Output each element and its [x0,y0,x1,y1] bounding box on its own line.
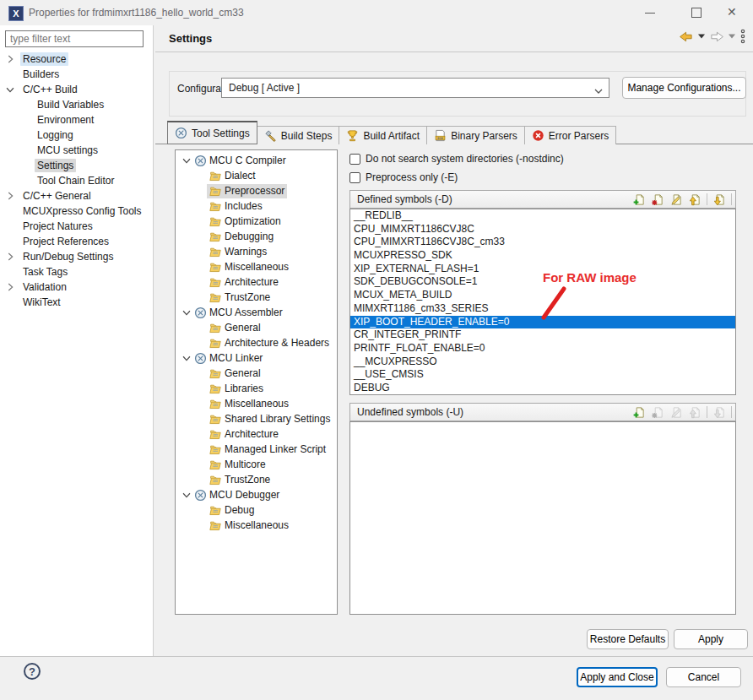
forward-dropdown-icon[interactable] [729,34,735,39]
sidebar-item-mcuxpresso-config-tools[interactable]: MCUXpresso Config Tools [0,203,152,219]
move-up-icon[interactable] [688,193,702,206]
sidebar-item-c-c-general[interactable]: C/C++ General [0,188,152,203]
sidebar-item-label: Run/Debug Settings [20,250,116,263]
tool-tree-item-architecture[interactable]: Architecture [176,274,337,290]
nostdinc-checkbox[interactable] [349,154,360,165]
chevron-right-icon[interactable] [0,281,20,293]
symbol-row[interactable]: __USE_CMSIS [350,368,735,382]
symbol-row[interactable]: DEBUG [350,382,735,395]
chevron-down-icon[interactable] [181,155,192,166]
chevron-down-icon[interactable] [181,489,192,501]
sidebar-item-build-variables[interactable]: Build Variables [0,97,152,112]
cancel-button[interactable]: Cancel [666,667,741,687]
restore-defaults-button[interactable]: Restore Defaults [587,629,669,649]
close-icon[interactable]: ✕ [727,5,737,19]
sidebar-item-label: Environment [35,113,96,127]
tool-tree-item-mcu-linker[interactable]: MCU Linker [176,350,337,366]
tool-tree-item-trustzone[interactable]: TrustZone [176,472,337,487]
tool-tree-item-general[interactable]: General [176,366,337,381]
preprocess-only-checkbox[interactable] [349,172,360,183]
sidebar-item-run-debug-settings[interactable]: Run/Debug Settings [0,249,152,264]
sidebar-item-project-natures[interactable]: Project Natures [0,219,152,234]
sidebar-item-task-tags[interactable]: Task Tags [0,264,152,279]
preprocess-only-checkbox-row[interactable]: Preprocess only (-E) [349,171,458,183]
symbol-row[interactable]: __MCUXPRESSO [350,355,735,369]
tool-tree-item-architecture[interactable]: Architecture [176,426,337,442]
tool-tree-item-miscellaneous[interactable]: Miscellaneous [176,259,337,274]
symbol-row[interactable]: CPU_MIMXRT1186CVJ8C [350,223,735,236]
filter-input[interactable] [5,30,144,47]
tab-build-artifact[interactable]: Build Artifact [339,126,427,144]
tool-tree-item-trustzone[interactable]: TrustZone [176,290,337,305]
help-icon[interactable]: ? [24,663,41,680]
tool-tree-item-includes[interactable]: Includes [176,198,337,214]
tool-tree-item-debug[interactable]: Debug [176,502,337,518]
tool-tree-item-dialect[interactable]: Dialect [176,168,337,183]
symbol-row[interactable]: MCUXPRESSO_SDK [350,249,735,263]
tool-tree-item-optimization[interactable]: Optimization [176,214,337,229]
chevron-right-icon[interactable] [0,190,20,202]
build-artifact-icon [346,129,359,142]
add-icon[interactable] [632,193,646,206]
tool-tree-item-architecture-headers[interactable]: Architecture & Headers [176,335,337,350]
back-dropdown-icon[interactable] [698,34,705,39]
tool-tree-label: MCU C Compiler [209,155,286,166]
back-arrow-icon[interactable] [679,30,694,43]
tool-tree-item-shared-library-settings[interactable]: Shared Library Settings [176,411,337,426]
symbol-row[interactable]: CR_INTEGER_PRINTF [350,328,735,342]
tool-tree-item-debugging[interactable]: Debugging [176,229,337,244]
tab-tool-settings[interactable]: Tool Settings [167,121,257,144]
view-menu-icon[interactable] [739,29,746,44]
tool-tree-item-mcu-debugger[interactable]: MCU Debugger [176,487,337,502]
tab-error-parsers[interactable]: Error Parsers [524,126,616,144]
apply-and-close-button[interactable]: Apply and Close [577,667,658,687]
chevron-down-icon[interactable] [181,307,192,318]
tool-tree-item-general[interactable]: General [176,320,337,335]
tool-tree-item-miscellaneous[interactable]: Miscellaneous [176,396,337,411]
chevron-right-icon[interactable] [0,251,20,263]
tool-tree-entry: Miscellaneous [207,397,291,411]
tab-binary-parsers[interactable]: 010Binary Parsers [426,126,525,144]
sidebar-item-builders[interactable]: Builders [0,67,152,82]
tool-tree-item-mcu-assembler[interactable]: MCU Assembler [176,305,337,320]
tool-tree-item-libraries[interactable]: Libraries [176,381,337,396]
move-down-icon[interactable] [712,193,726,206]
chevron-right-icon[interactable] [0,53,20,65]
tool-tree-item-preprocessor[interactable]: Preprocessor [176,183,337,198]
sidebar-item-validation[interactable]: Validation [0,279,152,295]
sidebar-item-project-references[interactable]: Project References [0,234,152,249]
tool-tree-entry: General [207,321,263,335]
tab-build-steps[interactable]: Build Steps [257,126,340,144]
manage-configurations-button[interactable]: Manage Configurations... [622,77,746,99]
delete-icon[interactable] [651,193,664,206]
sidebar-item-mcu-settings[interactable]: MCU settings [0,143,152,158]
forward-arrow-icon[interactable] [709,30,724,43]
symbol-row[interactable]: PRINTF_FLOAT_ENABLE=0 [350,342,735,355]
sidebar-item-tool-chain-editor[interactable]: Tool Chain Editor [0,173,152,188]
edit-icon[interactable] [669,193,683,206]
maximize-icon[interactable] [691,8,702,18]
tool-tree-item-managed-linker-script[interactable]: Managed Linker Script [176,442,337,457]
sidebar-item-resource[interactable]: Resource [0,52,152,67]
chevron-down-icon[interactable] [0,84,20,95]
sidebar-item-environment[interactable]: Environment [0,112,152,128]
sidebar-item-wikitext[interactable]: WikiText [0,295,152,310]
undefined-symbols-list[interactable] [349,421,736,615]
symbol-row[interactable]: CPU_MIMXRT1186CVJ8C_cm33 [350,236,735,249]
minimize-icon[interactable] [645,13,655,14]
tool-tree-item-mcu-c-compiler[interactable]: MCU C Compiler [176,153,337,168]
add-icon[interactable] [632,406,646,419]
symbol-row[interactable]: __REDLIB__ [350,209,735,223]
properties-sidebar: ResourceBuildersC/C++ BuildBuild Variabl… [0,25,154,656]
nostdinc-checkbox-row[interactable]: Do not search system directories (-nostd… [349,153,564,165]
tool-tree-item-multicore[interactable]: Multicore [176,457,337,472]
category-folder-icon [209,170,222,182]
chevron-down-icon[interactable] [181,352,192,364]
apply-button[interactable]: Apply [674,629,748,649]
sidebar-item-logging[interactable]: Logging [0,128,152,143]
sidebar-item-c-c-build[interactable]: C/C++ Build [0,82,152,97]
sidebar-item-settings[interactable]: Settings [0,158,152,173]
tool-tree-item-miscellaneous[interactable]: Miscellaneous [176,518,337,533]
tool-tree-item-warnings[interactable]: Warnings [176,244,337,259]
configuration-select[interactable]: Debug [ Active ] [221,78,609,98]
